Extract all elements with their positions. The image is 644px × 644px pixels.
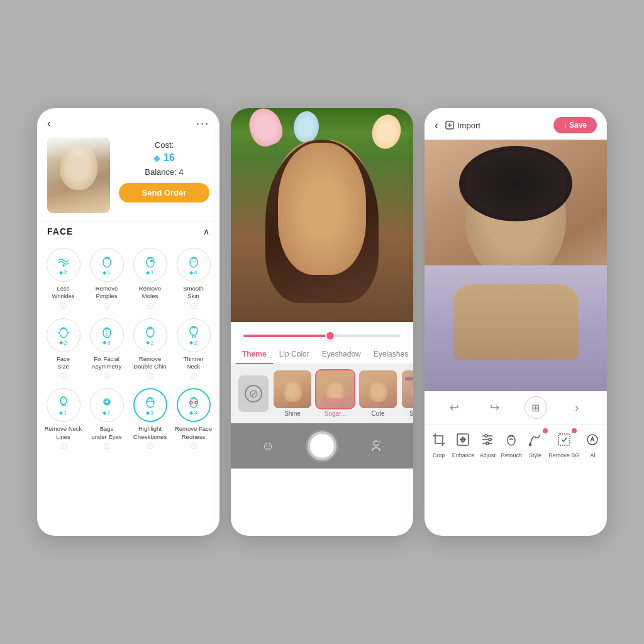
face-skin — [278, 143, 366, 275]
feature-info: ⓘ — [191, 442, 197, 451]
smooth-skin-circle: ◆4 — [177, 248, 211, 282]
tool-style[interactable]: Style — [525, 430, 545, 458]
back-button[interactable]: ‹ — [47, 117, 51, 130]
svg-point-24 — [508, 435, 515, 445]
makeup-name-shine: Shine — [274, 410, 311, 417]
fix-asymmetry-circle: ◆3 — [90, 318, 124, 352]
svg-point-14 — [190, 401, 192, 404]
features-grid: ◆2 LessWrinkles ⓘ ◆1 RemovePimples ⓘ ◆1 … — [37, 242, 219, 458]
svg-point-5 — [60, 328, 67, 338]
feature-fix-asymmetry[interactable]: ◆3 Fix FacialAsymmetry ⓘ — [86, 314, 128, 384]
phone3-photo — [425, 140, 607, 391]
redo-button[interactable]: ↪ — [484, 397, 504, 418]
makeup-options: ⊘ Shine Sugar... — [231, 364, 413, 423]
tool-name-retouch: Retouch — [501, 452, 522, 458]
slider-track[interactable] — [243, 335, 401, 337]
capture-button[interactable] — [306, 430, 338, 462]
undo-button[interactable]: ↩ — [445, 397, 465, 418]
tool-adjust[interactable]: Adjust — [477, 430, 497, 458]
expand-button[interactable]: › — [567, 397, 587, 418]
face-section-label: FACE — [47, 226, 73, 236]
feature-bags-under-eyes[interactable]: ◆2 Bagsunder Eyes ⓘ — [86, 384, 128, 453]
no-makeup-button[interactable]: ⊘ — [238, 375, 269, 412]
tab-eyelashes[interactable]: Eyelashes — [367, 345, 413, 364]
makeup-img-cute — [359, 370, 397, 408]
feature-remove-face-redness[interactable]: ◆3 Remove FaceRedness ⓘ — [172, 384, 214, 453]
phone2-bottom: ☺ — [231, 423, 413, 469]
feature-info: ⓘ — [147, 372, 153, 380]
thinner-neck-circle: ◆2 — [177, 318, 211, 352]
svg-point-3 — [150, 260, 152, 262]
highlight-cheekbones-circle: ◆1 — [133, 388, 167, 422]
svg-point-21 — [485, 435, 487, 437]
svg-point-2 — [147, 257, 154, 267]
phone1-top: Cost: ◆ 16 Balance: 4 Send Order — [37, 135, 219, 221]
tool-remove-bg[interactable]: Remove BG — [548, 430, 579, 458]
tool-retouch[interactable]: Retouch — [501, 430, 522, 458]
makeup-option-shadow[interactable]: Shadow — [402, 370, 413, 417]
style-icon — [525, 430, 545, 450]
feature-less-wrinkles[interactable]: ◆2 LessWrinkles ⓘ — [42, 244, 84, 313]
svg-point-25 — [530, 444, 531, 446]
phone3-header-left: ‹ Import — [435, 119, 480, 132]
feature-name: ThinnerNeck — [183, 355, 203, 371]
capture-inner — [310, 434, 334, 458]
slider-thumb[interactable] — [325, 331, 335, 341]
svg-point-17 — [377, 440, 381, 444]
feature-remove-moles[interactable]: ◆1 RemoveMoles ⓘ — [129, 244, 171, 313]
cost-section: Cost: ◆ 16 Balance: 4 Send Order — [119, 138, 209, 203]
svg-rect-26 — [558, 434, 570, 445]
tool-crop[interactable]: Crop — [429, 430, 449, 458]
face-size-circle: ◆2 — [47, 318, 80, 352]
makeup-name-cute: Cute — [359, 410, 397, 417]
hair-top — [459, 146, 572, 221]
tool-name-adjust: Adjust — [480, 452, 496, 458]
feature-face-size[interactable]: ◆2 FaceSize ⓘ — [42, 314, 84, 384]
cost-number: 16 — [164, 152, 175, 164]
makeup-name-shadow: Shadow — [402, 410, 413, 417]
remove-pimples-circle: ◆1 — [90, 248, 124, 282]
tab-eyeshadow[interactable]: Eyeshadow — [316, 345, 367, 364]
less-wrinkles-circle: ◆2 — [47, 248, 80, 282]
view-toggle-button[interactable]: ⊞ — [525, 396, 547, 419]
menu-button[interactable]: ··· — [196, 117, 209, 130]
save-button[interactable]: ↓ Save — [553, 117, 597, 133]
makeup-option-sugar[interactable]: Sugar... — [316, 370, 354, 417]
svg-point-12 — [147, 397, 154, 408]
feature-name: LessWrinkles — [52, 285, 74, 301]
feature-smooth-skin[interactable]: ◆4 SmoothSkin ⓘ — [172, 244, 214, 313]
tab-theme[interactable]: Theme — [236, 345, 273, 364]
phone-1: ‹ ··· Cost: ◆ 16 Balance: 4 Send Order F… — [37, 108, 219, 536]
chevron-up-icon[interactable]: ∧ — [203, 226, 209, 236]
makeup-option-shine[interactable]: Shine — [274, 370, 311, 417]
feature-highlight-cheekbones[interactable]: ◆1 HighlightCheekbones ⓘ — [129, 384, 171, 453]
feature-info: ⓘ — [104, 372, 110, 380]
svg-point-0 — [63, 265, 64, 266]
phone3-back-button[interactable]: ‹ — [435, 119, 438, 132]
feature-remove-neck-lines[interactable]: ◆1 Remove NeckLines ⓘ — [42, 384, 84, 453]
makeup-option-cute[interactable]: Cute — [359, 370, 397, 417]
send-order-button[interactable]: Send Order — [119, 183, 209, 203]
feature-remove-pimples[interactable]: ◆1 RemovePimples ⓘ — [86, 244, 128, 313]
feature-info: ⓘ — [60, 302, 67, 311]
feature-info: ⓘ — [147, 442, 153, 451]
tool-name-al: Al — [590, 452, 595, 458]
feature-info: ⓘ — [191, 302, 197, 311]
feature-remove-double-chin[interactable]: ◆2 RemoveDouble Chin ⓘ — [129, 314, 171, 384]
diamond-icon: ◆ — [153, 153, 160, 163]
phone-2: Theme Lip Color Eyeshadow Eyelashes Eyeb… — [231, 108, 413, 536]
feature-thinner-neck[interactable]: ◆2 ThinnerNeck ⓘ — [172, 314, 214, 384]
face-section-header: FACE ∧ — [37, 221, 219, 242]
feature-info: ⓘ — [147, 302, 153, 311]
tab-lip-color[interactable]: Lip Color — [273, 345, 316, 364]
tool-al[interactable]: Al — [582, 430, 602, 458]
feature-info: ⓘ — [191, 372, 197, 380]
tool-enhance[interactable]: Enhance — [452, 430, 475, 458]
tool-name-remove-bg: Remove BG — [548, 452, 579, 458]
feature-name: HighlightCheekbones — [133, 425, 167, 441]
emoji-button[interactable]: ☺ — [257, 435, 279, 457]
import-button[interactable]: Import — [445, 120, 480, 130]
person-button[interactable] — [365, 435, 387, 457]
phone3-actions: ↩ ↪ ⊞ › — [425, 391, 607, 424]
makeup-name-sugar: Sugar... — [316, 410, 354, 417]
